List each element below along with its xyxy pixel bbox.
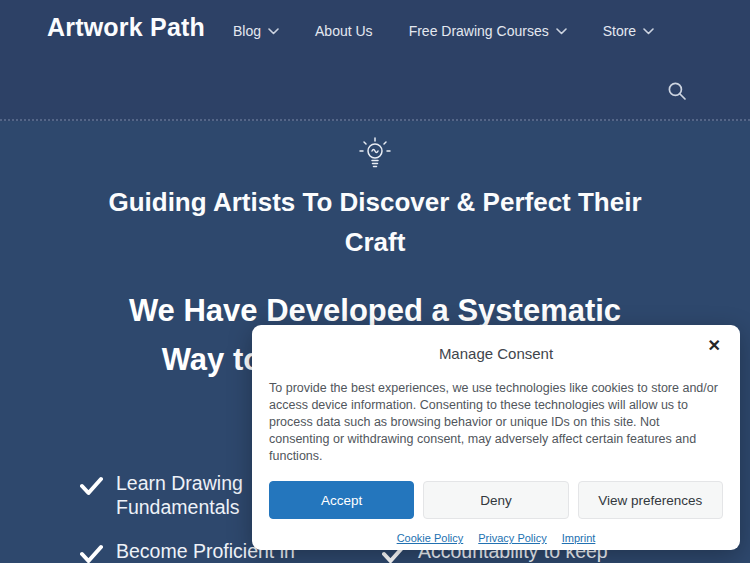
imprint-link[interactable]: Imprint	[562, 532, 596, 544]
close-icon[interactable]: ✕	[708, 338, 721, 354]
consent-description: To provide the best experiences, we use …	[269, 380, 723, 465]
view-preferences-button[interactable]: View preferences	[578, 481, 723, 519]
dialog-title: Manage Consent	[269, 345, 723, 362]
cookie-policy-link[interactable]: Cookie Policy	[397, 532, 464, 544]
tagline-line: Craft	[75, 222, 675, 262]
search-icon[interactable]	[667, 81, 687, 101]
consent-policy-links: Cookie Policy Privacy Policy Imprint	[269, 532, 723, 544]
deny-button[interactable]: Deny	[423, 481, 568, 519]
chevron-down-icon	[556, 28, 567, 35]
consent-buttons: Accept Deny View preferences	[269, 481, 723, 519]
nav-item-free-drawing-courses[interactable]: Free Drawing Courses	[409, 23, 567, 39]
nav-item-label: Store	[603, 23, 636, 39]
site-logo[interactable]: Artwork Path	[47, 13, 205, 42]
cookie-consent-dialog: Manage Consent ✕ To provide the best exp…	[252, 325, 740, 550]
checklist-item-text: Learn Drawing Fundamentals	[116, 471, 243, 519]
chevron-down-icon	[268, 28, 279, 35]
check-icon	[80, 544, 103, 563]
hero-tagline: Guiding Artists To Discover & Perfect Th…	[75, 182, 675, 262]
nav-item-blog[interactable]: Blog	[233, 23, 279, 39]
nav-item-about-us[interactable]: About Us	[315, 23, 373, 39]
tagline-line: Guiding Artists To Discover & Perfect Th…	[75, 182, 675, 222]
nav-item-label: About Us	[315, 23, 373, 39]
nav-item-store[interactable]: Store	[603, 23, 654, 39]
privacy-policy-link[interactable]: Privacy Policy	[478, 532, 546, 544]
lightbulb-icon	[0, 136, 750, 176]
check-icon	[80, 476, 103, 500]
chevron-down-icon	[643, 28, 654, 35]
nav-item-label: Free Drawing Courses	[409, 23, 549, 39]
site-header: Artwork Path Blog About Us Free Drawing …	[0, 0, 750, 121]
accept-button[interactable]: Accept	[269, 481, 414, 519]
nav-item-label: Blog	[233, 23, 261, 39]
main-nav: Blog About Us Free Drawing Courses Store	[233, 23, 654, 39]
